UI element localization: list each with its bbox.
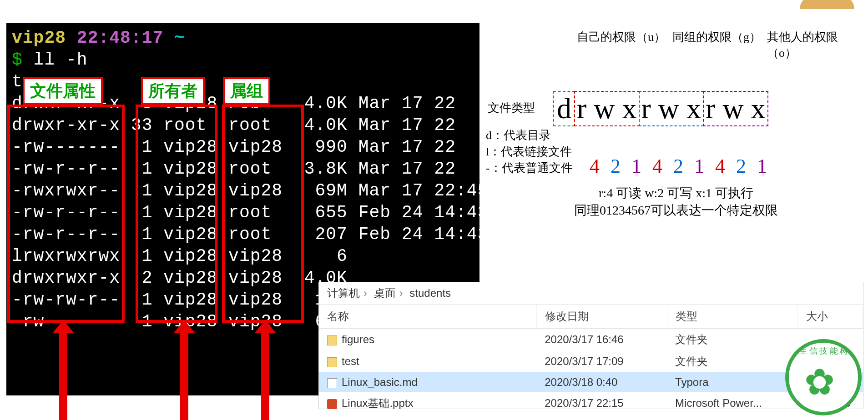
perm-footer: r:4 可读 w:2 可写 x:1 可执行 同理01234567可以表达一个特定… bbox=[486, 185, 866, 219]
perm-type-legend: d：代表目录 l：代表链接文件 -：代表普通文件 bbox=[486, 127, 573, 176]
logo-text: 生 信 技 能 树 bbox=[789, 345, 858, 356]
terminal-time: 22:48:17 bbox=[77, 28, 163, 48]
perm-label-g: 同组的权限（g） bbox=[672, 29, 761, 45]
col-size[interactable]: 大小 bbox=[797, 305, 863, 329]
breadcrumb[interactable]: 计算机› 桌面› students bbox=[319, 282, 863, 305]
arrow-perms bbox=[59, 332, 67, 420]
terminal-user: vip28 bbox=[12, 28, 66, 48]
terminal-prompt-line: vip28 22:48:17 ~ bbox=[12, 27, 474, 49]
crumb-item[interactable]: students bbox=[409, 287, 451, 299]
col-type[interactable]: 类型 bbox=[667, 305, 797, 329]
perm-label-type: 文件类型 bbox=[488, 100, 535, 116]
perm-code-string: d r w x r w x r w x bbox=[553, 91, 767, 126]
chevron-right-icon: › bbox=[399, 287, 403, 299]
tree-icon: ✿ bbox=[804, 361, 835, 403]
perm-chars-group: r w x bbox=[639, 91, 704, 126]
col-date[interactable]: 修改日期 bbox=[536, 305, 667, 329]
perm-chars-other: r w x bbox=[703, 91, 768, 126]
col-name[interactable]: 名称 bbox=[319, 305, 536, 329]
terminal-command-line: $ ll -h bbox=[12, 49, 474, 71]
md-icon bbox=[327, 378, 337, 388]
crumb-item[interactable]: 计算机 bbox=[327, 287, 360, 299]
arrow-owner bbox=[180, 332, 188, 420]
label-owner: 所有者 bbox=[141, 77, 205, 105]
perm-char-type: d bbox=[553, 91, 575, 126]
prompt-symbol: $ bbox=[12, 50, 23, 70]
perm-chars-user: r w x bbox=[574, 91, 640, 126]
file-row[interactable]: test2020/3/17 17:09文件夹 bbox=[319, 350, 863, 372]
file-explorer: 计算机› 桌面› students 名称 修改日期 类型 大小 figures2… bbox=[318, 282, 863, 409]
file-row[interactable]: Linux基础.pptx2020/3/17 22:15Microsoft Pow… bbox=[319, 392, 863, 414]
highlight-owner-column bbox=[136, 105, 217, 323]
label-file-perms: 文件属性 bbox=[23, 77, 103, 105]
pptx-icon bbox=[327, 399, 337, 409]
terminal-cwd: ~ bbox=[174, 28, 185, 48]
highlight-group-column bbox=[222, 105, 304, 323]
watermark-logo: 生 信 技 能 树 ✿ bbox=[785, 339, 862, 415]
perm-number-row: 421421421 bbox=[590, 155, 778, 178]
terminal-command: ll -h bbox=[34, 50, 88, 70]
arrow-group bbox=[261, 332, 269, 420]
permission-diagram: 自己的权限（u） 同组的权限（g） 其他人的权限（o） 文件类型 d r w x… bbox=[486, 23, 866, 214]
perm-label-o: 其他人的权限（o） bbox=[767, 29, 866, 61]
decorative-peek bbox=[800, 0, 854, 9]
perm-label-u: 自己的权限（u） bbox=[577, 29, 666, 45]
label-group: 属组 bbox=[223, 77, 270, 105]
highlight-perms-column bbox=[7, 105, 125, 323]
file-row[interactable]: figures2020/3/17 16:46文件夹 bbox=[319, 329, 863, 351]
file-row[interactable]: Linux_basic.md2020/3/18 0:40Typora23 KB bbox=[319, 372, 863, 392]
file-list-table: 名称 修改日期 类型 大小 figures2020/3/17 16:46文件夹t… bbox=[319, 305, 863, 414]
folder-icon bbox=[327, 335, 337, 345]
crumb-item[interactable]: 桌面 bbox=[374, 287, 396, 299]
chevron-right-icon: › bbox=[363, 287, 367, 299]
folder-icon bbox=[327, 357, 337, 367]
